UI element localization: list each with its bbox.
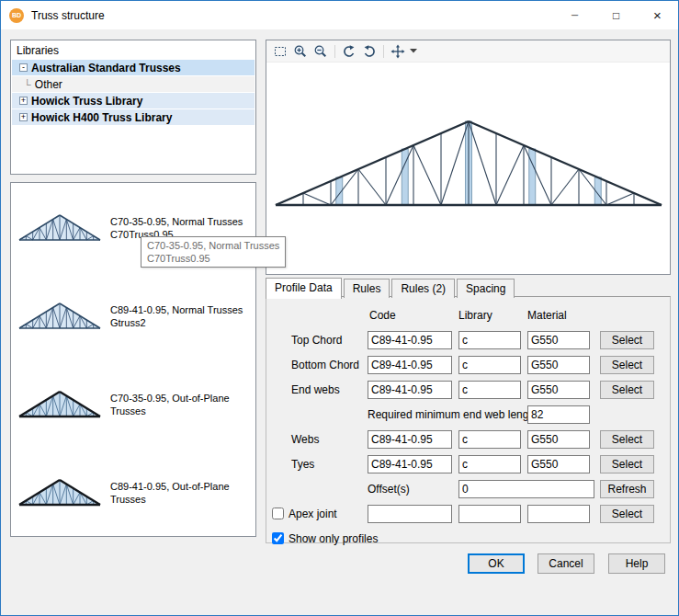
truss-thumbnail [17,213,102,243]
maximize-button[interactable]: □ [595,1,637,29]
libraries-header: Libraries [11,40,255,59]
truss-list-item-c89-out-of-plane[interactable]: C89-41-0.95, Out-of-Plane Trusses [12,450,255,536]
tree-item-label: Other [35,78,62,91]
help-button[interactable]: Help [608,553,665,574]
titlebar: BD Truss structure ─ □ × [1,1,678,29]
bottom-chord-label: Bottom Chord [291,356,359,374]
libraries-panel: Libraries - Australian Standard Trusses … [10,40,256,175]
rotate-cw-icon[interactable] [339,42,359,61]
truss-item-subname: Gtruss2 [110,316,243,329]
truss-item-subname: Trusses [110,493,230,506]
end-webs-library-input[interactable] [458,381,521,399]
bottom-chord-material-input[interactable] [527,356,590,374]
tyes-select-button[interactable]: Select [600,455,654,473]
truss-preview-drawing [274,120,663,208]
collapse-icon[interactable]: - [19,63,28,72]
tree-item-label: Howick Truss Library [31,95,142,108]
profile-tabs: Profile Data Rules Rules (2) Spacing [266,277,516,298]
truss-thumbnail [17,390,102,419]
top-chord-select-button[interactable]: Select [600,331,654,349]
close-button[interactable]: × [637,1,678,29]
end-web-length-label: Required minimum end web length [368,405,538,424]
toolbar-separator [334,45,335,58]
minimize-button[interactable]: ─ [554,1,595,29]
offset-label: Offset(s) [368,480,410,498]
truss-tooltip: C70-35-0.95, Normal Trusses C70Truss0.95 [141,236,286,268]
zoom-out-icon[interactable] [311,42,331,61]
tyes-label: Tyes [291,455,314,473]
tab-spacing[interactable]: Spacing [457,279,515,298]
top-chord-library-input[interactable] [458,331,521,349]
cancel-button[interactable]: Cancel [538,553,594,574]
end-webs-material-input[interactable] [527,381,590,399]
tyes-material-input[interactable] [527,455,590,473]
tooltip-line1: C70-35-0.95, Normal Trusses [147,239,279,252]
top-chord-label: Top Chord [291,331,342,349]
apex-joint-checkbox[interactable] [272,508,284,519]
truss-list-item-c89-normal[interactable]: C89-41-0.95, Normal Trusses Gtruss2 [12,273,255,359]
webs-library-input[interactable] [458,430,521,449]
app-icon: BD [9,8,24,23]
column-header-library: Library [458,309,492,322]
zoom-window-icon[interactable] [270,42,290,61]
column-header-code: Code [369,309,396,322]
tree-branch-icon: └ [24,79,31,90]
truss-item-name: C70-35-0.95, Out-of-Plane [110,392,230,405]
tyes-library-input[interactable] [458,455,521,473]
tab-rules[interactable]: Rules [344,279,390,298]
toolbar-separator [383,45,384,58]
truss-item-name: C70-35-0.95, Normal Trusses [110,215,243,228]
webs-code-input[interactable] [368,430,452,449]
expand-icon[interactable]: + [19,113,28,121]
top-chord-code-input[interactable] [368,331,452,349]
tab-rules-2[interactable]: Rules (2) [391,279,455,298]
refresh-button[interactable]: Refresh [600,480,654,498]
tree-item-australian-standard-trusses[interactable]: - Australian Standard Trusses [12,60,255,75]
show-only-profiles-label: Show only profiles [289,530,378,548]
truss-item-name: C89-41-0.95, Out-of-Plane [110,480,230,493]
truss-list-panel: C70-35-0.95, Normal Trusses C70Truss0.95… [10,182,256,537]
tyes-code-input[interactable] [368,455,452,473]
bottom-chord-library-input[interactable] [458,356,521,374]
apex-joint-label: Apex joint [289,505,337,523]
end-web-length-input[interactable] [527,405,590,424]
column-header-material: Material [527,309,567,322]
apex-library-input[interactable] [458,505,521,523]
end-webs-select-button[interactable]: Select [600,381,654,399]
end-webs-label: End webs [291,381,340,399]
expand-icon[interactable]: + [19,97,28,105]
end-webs-code-input[interactable] [368,381,452,399]
webs-select-button[interactable]: Select [600,430,654,449]
truss-list-item-c70-out-of-plane[interactable]: C70-35-0.95, Out-of-Plane Trusses [12,361,255,448]
profile-data-page: Code Library Material Top Chord Select B… [266,296,671,543]
truss-thumbnail [17,302,102,331]
bottom-chord-code-input[interactable] [368,356,452,374]
truss-preview-pane[interactable] [266,40,671,275]
truss-item-name: C89-41-0.95, Normal Trusses [110,303,243,316]
apex-material-input[interactable] [527,505,590,523]
rotate-ccw-icon[interactable] [359,42,379,61]
apex-code-input[interactable] [368,505,452,523]
pan-icon[interactable] [388,42,408,61]
dropdown-caret-icon[interactable] [408,42,419,61]
window-title: Truss structure [31,9,105,22]
webs-material-input[interactable] [527,430,590,449]
truss-thumbnail [17,478,102,508]
zoom-in-icon[interactable] [290,42,311,61]
truss-item-subname: Trusses [110,405,230,417]
tab-profile-data[interactable]: Profile Data [266,278,342,299]
offset-input[interactable] [458,480,594,498]
tree-item-howick-truss-library[interactable]: + Howick Truss Library [12,93,255,108]
ok-button[interactable]: OK [468,553,525,574]
tree-item-other[interactable]: └ Other [12,76,255,92]
apex-select-button[interactable]: Select [600,505,654,523]
webs-label: Webs [291,430,319,449]
truss-structure-dialog: BD Truss structure ─ □ × Libraries - Aus… [0,0,679,616]
tree-item-howick-h400-truss-library[interactable]: + Howick H400 Truss Library [12,109,255,125]
top-chord-material-input[interactable] [527,331,590,349]
tooltip-line2: C70Truss0.95 [147,252,279,265]
preview-toolbar [266,40,670,63]
tree-item-label: Howick H400 Truss Library [31,111,172,124]
bottom-chord-select-button[interactable]: Select [600,356,654,374]
show-only-profiles-checkbox[interactable] [272,532,284,544]
